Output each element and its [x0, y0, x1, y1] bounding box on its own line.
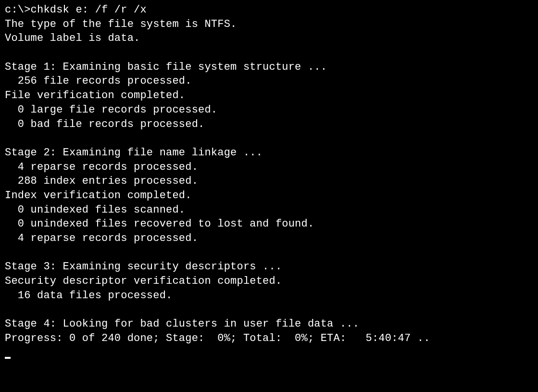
stage1-verify: File verification completed. [5, 89, 533, 103]
terminal-output[interactable]: c:\>chkdsk e: /f /r /x The type of the f… [5, 3, 533, 360]
stage2-reparse1: 4 reparse records processed. [5, 160, 533, 175]
volume-label-line: Volume label is data. [5, 31, 533, 46]
stage2-verify: Index verification completed. [5, 189, 533, 203]
prompt: c:\> [5, 4, 31, 16]
blank-line [5, 246, 533, 260]
stage1-bad: 0 bad file records processed. [5, 117, 533, 132]
stage3-title: Stage 3: Examining security descriptors … [5, 260, 533, 274]
stage2-unindexed-recovered: 0 unindexed files recovered to lost and … [5, 217, 533, 231]
stage4-progress: Progress: 0 of 240 done; Stage: 0%; Tota… [5, 331, 533, 346]
stage2-title: Stage 2: Examining file name linkage ... [5, 146, 533, 160]
stage1-file-records: 256 file records processed. [5, 74, 533, 89]
stage3-verify: Security descriptor verification complet… [5, 274, 533, 289]
fs-type-line: The type of the file system is NTFS. [5, 17, 533, 32]
cursor-icon [5, 357, 11, 359]
stage2-index: 288 index entries processed. [5, 174, 533, 189]
blank-line [5, 303, 533, 317]
stage1-large: 0 large file records processed. [5, 103, 533, 117]
stage2-reparse2: 4 reparse records processed. [5, 231, 533, 246]
command-text: chkdsk e: /f /r /x [31, 4, 147, 16]
stage2-unindexed-scanned: 0 unindexed files scanned. [5, 203, 533, 217]
stage4-title: Stage 4: Looking for bad clusters in use… [5, 317, 533, 331]
stage1-title: Stage 1: Examining basic file system str… [5, 60, 533, 75]
command-line: c:\>chkdsk e: /f /r /x [5, 3, 533, 17]
stage3-data-files: 16 data files processed. [5, 289, 533, 303]
blank-line [5, 131, 533, 146]
blank-line [5, 46, 533, 60]
